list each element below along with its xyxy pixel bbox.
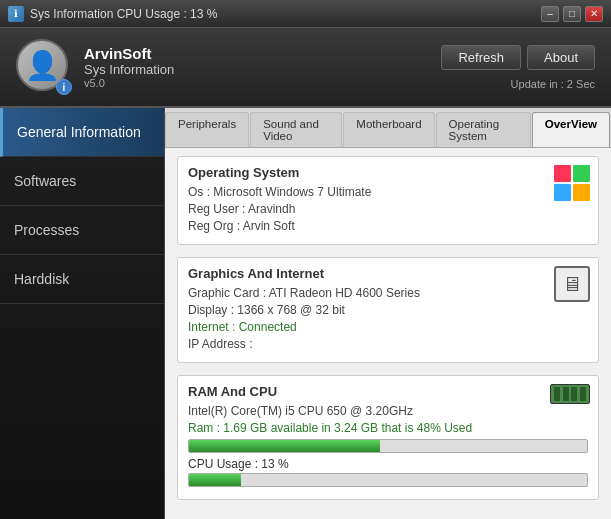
graphics-row-0: Graphic Card : ATI Radeon HD 4600 Series: [188, 286, 588, 300]
info-badge: i: [56, 79, 72, 95]
network-icon: 🖥: [554, 266, 590, 302]
header-buttons: Refresh About Update in : 2 Sec: [441, 45, 595, 90]
os-section: Operating System Os : Microsoft Windows …: [177, 156, 599, 245]
ram-progress-container: [188, 439, 588, 453]
os-section-title: Operating System: [188, 165, 588, 180]
tab-sound-video[interactable]: Sound and Video: [250, 112, 342, 147]
ram-chip-2: [563, 387, 569, 401]
ram-progress-bar-bg: [188, 439, 588, 453]
maximize-button[interactable]: □: [563, 6, 581, 22]
sidebar-item-harddisk[interactable]: Harddisk: [0, 255, 164, 304]
ram-icon: [550, 384, 590, 404]
title-bar: ℹ Sys Information CPU Usage : 13 % – □ ✕: [0, 0, 611, 28]
update-status: Update in : 2 Sec: [511, 78, 595, 90]
title-bar-left: ℹ Sys Information CPU Usage : 13 %: [8, 6, 217, 22]
refresh-button[interactable]: Refresh: [441, 45, 521, 70]
close-button[interactable]: ✕: [585, 6, 603, 22]
cpu-row-0: Intel(R) Core(TM) i5 CPU 650 @ 3.20GHz: [188, 404, 588, 418]
ram-progress-bar-fill: [189, 440, 380, 452]
win-logo-q2: [573, 165, 590, 182]
graphics-section: Graphics And Internet Graphic Card : ATI…: [177, 257, 599, 363]
title-bar-text: Sys Information CPU Usage : 13 %: [30, 7, 217, 21]
windows-logo-icon: [554, 165, 590, 201]
main-layout: General Information Softwares Processes …: [0, 108, 611, 519]
overview-content: Operating System Os : Microsoft Windows …: [165, 148, 611, 519]
ram-chip-1: [554, 387, 560, 401]
company-name: ArvinSoft: [84, 45, 441, 62]
avatar-container: 👤 i: [16, 39, 72, 95]
cpu-ram-section-title: RAM And CPU: [188, 384, 588, 399]
tab-operating-system[interactable]: Operating System: [436, 112, 531, 147]
cpu-progress-container: CPU Usage : 13 %: [188, 457, 588, 487]
os-row-0: Os : Microsoft Windows 7 Ultimate: [188, 185, 588, 199]
sidebar-item-softwares[interactable]: Softwares: [0, 157, 164, 206]
win-logo-q3: [554, 184, 571, 201]
tab-bar: Peripherals Sound and Video Motherboard …: [165, 108, 611, 148]
content-area: Peripherals Sound and Video Motherboard …: [165, 108, 611, 519]
app-version: v5.0: [84, 77, 441, 89]
avatar-icon: 👤: [25, 49, 60, 82]
graphics-row-2: Internet : Connected: [188, 320, 588, 334]
about-button[interactable]: About: [527, 45, 595, 70]
sidebar: General Information Softwares Processes …: [0, 108, 165, 519]
ram-chip-4: [580, 387, 586, 401]
tab-overview[interactable]: OverView: [532, 112, 610, 147]
graphics-row-1: Display : 1366 x 768 @ 32 bit: [188, 303, 588, 317]
graphics-row-3: IP Address :: [188, 337, 588, 351]
tab-motherboard[interactable]: Motherboard: [343, 112, 434, 147]
tab-peripherals[interactable]: Peripherals: [165, 112, 249, 147]
sidebar-item-general[interactable]: General Information: [0, 108, 164, 157]
window-controls: – □ ✕: [541, 6, 603, 22]
app-icon: ℹ: [8, 6, 24, 22]
minimize-button[interactable]: –: [541, 6, 559, 22]
app-header: 👤 i ArvinSoft Sys Information v5.0 Refre…: [0, 28, 611, 108]
os-row-2: Reg Org : Arvin Soft: [188, 219, 588, 233]
graphics-section-title: Graphics And Internet: [188, 266, 588, 281]
cpu-row-1: Ram : 1.69 GB available in 3.24 GB that …: [188, 421, 588, 435]
cpu-ram-section: RAM And CPU Intel(R) Core(TM) i5 CPU 650…: [177, 375, 599, 500]
win-logo-q4: [573, 184, 590, 201]
sidebar-item-processes[interactable]: Processes: [0, 206, 164, 255]
cpu-progress-bar-bg: [188, 473, 588, 487]
header-btn-row: Refresh About: [441, 45, 595, 70]
app-info: ArvinSoft Sys Information v5.0: [84, 45, 441, 89]
win-logo-q1: [554, 165, 571, 182]
cpu-usage-label: CPU Usage : 13 %: [188, 457, 588, 471]
ram-chip-3: [571, 387, 577, 401]
cpu-progress-bar-fill: [189, 474, 241, 486]
app-name: Sys Information: [84, 62, 441, 77]
os-row-1: Reg User : Aravindh: [188, 202, 588, 216]
